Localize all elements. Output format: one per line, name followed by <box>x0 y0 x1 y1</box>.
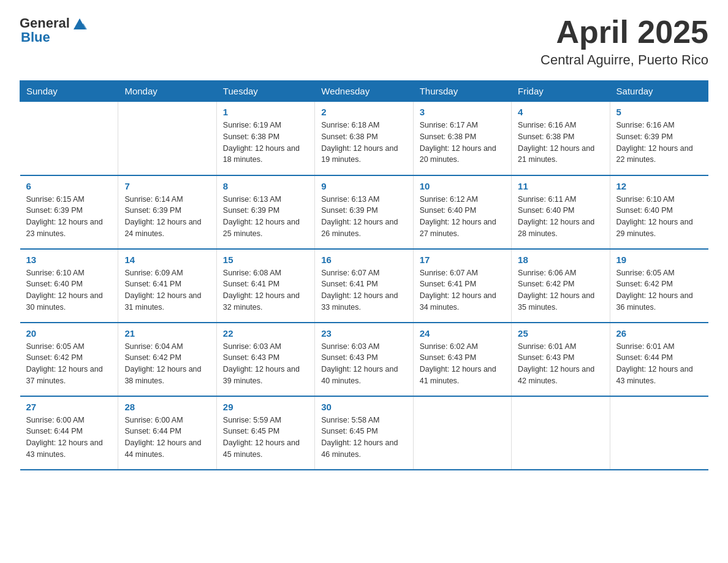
day-number: 27 <box>26 402 112 412</box>
day-info: Sunrise: 5:58 AMSunset: 6:45 PMDaylight:… <box>321 415 406 461</box>
day-number: 10 <box>420 181 505 191</box>
calendar-cell: 13Sunrise: 6:10 AMSunset: 6:40 PMDayligh… <box>20 249 118 323</box>
calendar-subtitle: Central Aguirre, Puerto Rico <box>540 52 708 68</box>
calendar-body: 1Sunrise: 6:19 AMSunset: 6:38 PMDaylight… <box>20 102 708 470</box>
calendar-cell: 9Sunrise: 6:13 AMSunset: 6:39 PMDaylight… <box>315 175 413 249</box>
day-number: 12 <box>616 181 702 191</box>
calendar-cell: 27Sunrise: 6:00 AMSunset: 6:44 PMDayligh… <box>20 396 118 470</box>
calendar-cell <box>118 102 216 175</box>
calendar-cell: 3Sunrise: 6:17 AMSunset: 6:38 PMDaylight… <box>413 102 511 175</box>
day-info: Sunrise: 6:07 AMSunset: 6:41 PMDaylight:… <box>321 267 406 313</box>
day-info: Sunrise: 6:06 AMSunset: 6:42 PMDaylight:… <box>518 267 603 313</box>
day-number: 18 <box>518 255 603 265</box>
day-info: Sunrise: 6:14 AMSunset: 6:39 PMDaylight:… <box>124 194 210 240</box>
day-info: Sunrise: 6:03 AMSunset: 6:43 PMDaylight:… <box>223 341 308 387</box>
day-info: Sunrise: 6:01 AMSunset: 6:44 PMDaylight:… <box>616 341 702 387</box>
calendar-cell: 18Sunrise: 6:06 AMSunset: 6:42 PMDayligh… <box>512 249 610 323</box>
calendar-cell: 19Sunrise: 6:05 AMSunset: 6:42 PMDayligh… <box>610 249 708 323</box>
calendar-title: April 2025 <box>540 15 708 50</box>
calendar-cell: 20Sunrise: 6:05 AMSunset: 6:42 PMDayligh… <box>20 323 118 396</box>
calendar-week-row: 27Sunrise: 6:00 AMSunset: 6:44 PMDayligh… <box>20 396 708 470</box>
day-number: 6 <box>26 181 112 191</box>
day-info: Sunrise: 6:00 AMSunset: 6:44 PMDaylight:… <box>26 415 112 461</box>
calendar-cell: 1Sunrise: 6:19 AMSunset: 6:38 PMDaylight… <box>216 102 314 175</box>
calendar-table: SundayMondayTuesdayWednesdayThursdayFrid… <box>20 80 708 470</box>
calendar-cell: 11Sunrise: 6:11 AMSunset: 6:40 PMDayligh… <box>512 175 610 249</box>
day-info: Sunrise: 6:05 AMSunset: 6:42 PMDaylight:… <box>616 267 702 313</box>
day-number: 8 <box>223 181 308 191</box>
day-info: Sunrise: 6:17 AMSunset: 6:38 PMDaylight:… <box>420 120 505 166</box>
weekday-header-friday: Friday <box>512 81 610 102</box>
day-info: Sunrise: 6:09 AMSunset: 6:41 PMDaylight:… <box>124 267 210 313</box>
calendar-cell: 10Sunrise: 6:12 AMSunset: 6:40 PMDayligh… <box>413 175 511 249</box>
day-number: 16 <box>321 255 406 265</box>
day-number: 19 <box>616 255 702 265</box>
day-number: 26 <box>616 328 702 339</box>
calendar-cell: 26Sunrise: 6:01 AMSunset: 6:44 PMDayligh… <box>610 323 708 396</box>
day-number: 24 <box>420 328 505 339</box>
day-info: Sunrise: 6:13 AMSunset: 6:39 PMDaylight:… <box>321 194 406 240</box>
calendar-cell: 8Sunrise: 6:13 AMSunset: 6:39 PMDaylight… <box>216 175 314 249</box>
day-number: 3 <box>420 107 505 117</box>
calendar-week-row: 20Sunrise: 6:05 AMSunset: 6:42 PMDayligh… <box>20 323 708 396</box>
day-number: 14 <box>124 255 210 265</box>
day-number: 7 <box>124 181 210 191</box>
day-info: Sunrise: 6:04 AMSunset: 6:42 PMDaylight:… <box>124 341 210 387</box>
day-info: Sunrise: 5:59 AMSunset: 6:45 PMDaylight:… <box>223 415 308 461</box>
day-number: 17 <box>420 255 505 265</box>
day-info: Sunrise: 6:08 AMSunset: 6:41 PMDaylight:… <box>223 267 308 313</box>
calendar-cell: 30Sunrise: 5:58 AMSunset: 6:45 PMDayligh… <box>315 396 413 470</box>
day-number: 1 <box>223 107 308 117</box>
day-info: Sunrise: 6:00 AMSunset: 6:44 PMDaylight:… <box>124 415 210 461</box>
day-number: 23 <box>321 328 406 339</box>
calendar-header: SundayMondayTuesdayWednesdayThursdayFrid… <box>20 81 708 102</box>
calendar-cell: 21Sunrise: 6:04 AMSunset: 6:42 PMDayligh… <box>118 323 216 396</box>
day-number: 2 <box>321 107 406 117</box>
day-number: 30 <box>321 402 406 412</box>
day-info: Sunrise: 6:02 AMSunset: 6:43 PMDaylight:… <box>420 341 505 387</box>
day-info: Sunrise: 6:16 AMSunset: 6:38 PMDaylight:… <box>518 120 603 166</box>
weekday-header-thursday: Thursday <box>413 81 511 102</box>
weekday-header-saturday: Saturday <box>610 81 708 102</box>
calendar-cell: 7Sunrise: 6:14 AMSunset: 6:39 PMDaylight… <box>118 175 216 249</box>
calendar-cell: 6Sunrise: 6:15 AMSunset: 6:39 PMDaylight… <box>20 175 118 249</box>
logo-icon <box>71 15 88 32</box>
day-info: Sunrise: 6:03 AMSunset: 6:43 PMDaylight:… <box>321 341 406 387</box>
logo-text-blue: Blue <box>21 29 50 45</box>
logo: General Blue <box>20 15 88 45</box>
weekday-header-wednesday: Wednesday <box>315 81 413 102</box>
calendar-cell: 14Sunrise: 6:09 AMSunset: 6:41 PMDayligh… <box>118 249 216 323</box>
day-info: Sunrise: 6:18 AMSunset: 6:38 PMDaylight:… <box>321 120 406 166</box>
calendar-cell <box>512 396 610 470</box>
day-number: 11 <box>518 181 603 191</box>
day-number: 9 <box>321 181 406 191</box>
day-number: 29 <box>223 402 308 412</box>
day-number: 25 <box>518 328 603 339</box>
weekday-header-tuesday: Tuesday <box>216 81 314 102</box>
calendar-cell: 15Sunrise: 6:08 AMSunset: 6:41 PMDayligh… <box>216 249 314 323</box>
day-number: 5 <box>616 107 702 117</box>
calendar-cell: 28Sunrise: 6:00 AMSunset: 6:44 PMDayligh… <box>118 396 216 470</box>
calendar-cell: 24Sunrise: 6:02 AMSunset: 6:43 PMDayligh… <box>413 323 511 396</box>
day-info: Sunrise: 6:13 AMSunset: 6:39 PMDaylight:… <box>223 194 308 240</box>
day-info: Sunrise: 6:01 AMSunset: 6:43 PMDaylight:… <box>518 341 603 387</box>
day-info: Sunrise: 6:16 AMSunset: 6:39 PMDaylight:… <box>616 120 702 166</box>
day-info: Sunrise: 6:12 AMSunset: 6:40 PMDaylight:… <box>420 194 505 240</box>
day-number: 28 <box>124 402 210 412</box>
day-number: 22 <box>223 328 308 339</box>
calendar-cell: 12Sunrise: 6:10 AMSunset: 6:40 PMDayligh… <box>610 175 708 249</box>
day-info: Sunrise: 6:05 AMSunset: 6:42 PMDaylight:… <box>26 341 112 387</box>
calendar-week-row: 13Sunrise: 6:10 AMSunset: 6:40 PMDayligh… <box>20 249 708 323</box>
day-number: 20 <box>26 328 112 339</box>
day-number: 15 <box>223 255 308 265</box>
calendar-cell <box>610 396 708 470</box>
weekday-header-row: SundayMondayTuesdayWednesdayThursdayFrid… <box>20 81 708 102</box>
day-number: 13 <box>26 255 112 265</box>
calendar-cell <box>20 102 118 175</box>
calendar-cell: 29Sunrise: 5:59 AMSunset: 6:45 PMDayligh… <box>216 396 314 470</box>
calendar-week-row: 6Sunrise: 6:15 AMSunset: 6:39 PMDaylight… <box>20 175 708 249</box>
day-info: Sunrise: 6:15 AMSunset: 6:39 PMDaylight:… <box>26 194 112 240</box>
calendar-cell: 23Sunrise: 6:03 AMSunset: 6:43 PMDayligh… <box>315 323 413 396</box>
day-info: Sunrise: 6:11 AMSunset: 6:40 PMDaylight:… <box>518 194 603 240</box>
calendar-cell: 5Sunrise: 6:16 AMSunset: 6:39 PMDaylight… <box>610 102 708 175</box>
